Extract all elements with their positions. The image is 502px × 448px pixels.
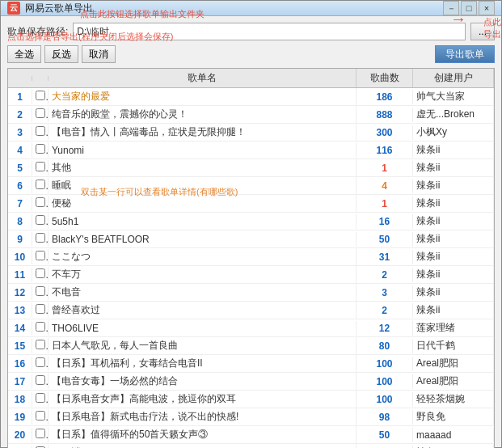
cancel-button[interactable]: 取消 (82, 45, 116, 63)
row-checkbox[interactable] (36, 357, 45, 367)
cell-checkbox (32, 196, 49, 211)
row-checkbox[interactable] (36, 375, 45, 385)
cell-checkbox (32, 285, 49, 300)
export-button[interactable]: 导出歌单 (435, 45, 495, 63)
cell-count: 100 (356, 357, 413, 371)
cell-count: 100 (356, 374, 413, 389)
cell-checkbox (32, 178, 49, 193)
cell-checkbox (32, 125, 49, 140)
table-row[interactable]: 18【日系电音女声】高能电波，挑逗你的双耳100轻轻茶烟婉 (8, 391, 494, 408)
table-row[interactable]: 9BlackY's BEATFLOOR50辣条ii (8, 230, 494, 248)
cell-count: 2 (356, 303, 413, 318)
maximize-button[interactable]: □ (461, 1, 477, 15)
row-checkbox[interactable] (36, 322, 45, 332)
cell-number: 12 (8, 285, 32, 300)
table-row[interactable]: 16【日系】耳机福利，女毒结合电音II100Areal肥阳 (8, 355, 494, 373)
select-all-button[interactable]: 全选 (7, 45, 41, 63)
table-row[interactable]: 19【日系电音】新式电击疗法，说不出的快感!98野良免 (8, 408, 494, 426)
cell-number: 4 (8, 143, 32, 158)
cell-name: BlackY's BEATFLOOR (49, 232, 356, 247)
table-row[interactable]: 5其他1辣条ii (8, 159, 494, 177)
main-window: 云 网易云歌单导出 － □ × 歌单保存路径: 点击此按钮选择歌单输出文件夹 →… (0, 0, 502, 448)
row-checkbox[interactable] (36, 162, 45, 171)
minimize-button[interactable]: － (443, 1, 459, 15)
invert-button[interactable]: 反选 (44, 45, 78, 63)
table-row[interactable]: 7便秘1辣条ii (8, 195, 494, 213)
cell-number: 3 (8, 125, 32, 140)
cell-number: 20 (8, 428, 32, 442)
table-row[interactable]: 85u5h116辣条ii (8, 213, 494, 230)
cell-count: 186 (356, 90, 413, 104)
cell-number: 16 (8, 357, 32, 371)
cell-checkbox (32, 267, 49, 282)
cell-checkbox (32, 374, 49, 389)
path-input[interactable] (73, 23, 466, 40)
cell-name: 5u5h1 (49, 214, 356, 229)
table-row[interactable]: 17【电音女毒】一场必然的结合100Areal肥阳 (8, 373, 494, 391)
table-row[interactable]: 14THO6LIVE12莲家理绪 (8, 319, 494, 337)
path-row: 歌单保存路径: 点击此按钮选择歌单输出文件夹 → ... (7, 23, 495, 40)
table-row[interactable]: 12不电音3辣条ii (8, 284, 494, 302)
app-icon: 云 (7, 2, 20, 15)
cell-name: 【日系电音女声】高能电波，挑逗你的双耳 (49, 391, 356, 408)
window-controls: － □ × (443, 1, 495, 15)
row-checkbox[interactable] (36, 233, 45, 243)
row-checkbox[interactable] (36, 286, 45, 296)
row-checkbox[interactable] (36, 251, 45, 260)
window-title: 网易云歌单导出 (25, 2, 443, 15)
table-row[interactable]: 20【日系】值得循环的50首天籁女声③50maaaad (8, 426, 494, 444)
row-checkbox[interactable] (36, 411, 45, 421)
cell-checkbox (32, 409, 49, 425)
row-checkbox[interactable] (36, 429, 45, 438)
cell-count: 888 (356, 108, 413, 122)
cell-checkbox (32, 142, 49, 158)
row-checkbox[interactable] (36, 304, 45, 314)
row-checkbox[interactable] (36, 393, 45, 403)
cell-user: 辣条ii (413, 213, 494, 230)
cell-name: 【电音】情入丨高端毒品，症状是无限抑腿！ (49, 124, 356, 141)
row-checkbox[interactable] (36, 197, 45, 207)
cell-count: 31 (356, 250, 413, 264)
close-button[interactable]: × (479, 1, 495, 15)
row-checkbox[interactable] (36, 340, 45, 349)
cell-user: 辣条ii (413, 302, 494, 319)
table-row[interactable]: 13曾经喜欢过2辣条ii (8, 302, 494, 319)
path-browse-button[interactable]: ... (470, 23, 495, 40)
cell-number: 2 (8, 108, 32, 122)
row-checkbox[interactable] (36, 108, 45, 118)
header-name: 歌单名 (49, 69, 356, 87)
cell-number: 13 (8, 303, 32, 318)
cell-number: 8 (8, 214, 32, 229)
row-checkbox[interactable] (36, 215, 45, 225)
cell-checkbox (32, 445, 49, 448)
header-user: 创建用户 (413, 69, 494, 87)
cell-user: 辣条ii (413, 266, 494, 283)
table-row[interactable]: 3【电音】情入丨高端毒品，症状是无限抑腿！300小枫Xy (8, 124, 494, 142)
table-row[interactable]: 21いか消し19辣条ii (8, 444, 494, 448)
cell-user: 辣条ii (413, 284, 494, 301)
row-checkbox[interactable] (36, 268, 45, 278)
table-row[interactable]: 4Yunomi116辣条ii (8, 142, 494, 159)
cell-name: 不车万 (49, 266, 356, 283)
cell-user: 帅气大当家 (413, 88, 494, 105)
cell-count: 80 (356, 339, 413, 353)
cell-user: maaaad (413, 428, 494, 442)
cell-checkbox (32, 213, 49, 229)
table-row[interactable]: 2纯音乐的殿堂，震撼你的心灵！888虚无...Broken (8, 106, 494, 124)
row-checkbox[interactable] (36, 126, 45, 136)
table-row[interactable]: 10ここなつ31辣条ii (8, 248, 494, 266)
content-area: 歌单保存路径: 点击此按钮选择歌单输出文件夹 → ... 全选 反选 取消 点击… (1, 16, 501, 448)
row-checkbox[interactable] (36, 180, 45, 189)
table-row[interactable]: 15日本人气歌见，每人一首良曲80日代千鹤 (8, 337, 494, 355)
cell-number: 1 (8, 90, 32, 104)
table-row[interactable]: 1大当家的最爱186帅气大当家 (8, 88, 494, 106)
cell-user: 辣条ii (413, 444, 494, 448)
cell-checkbox (32, 427, 49, 442)
row-checkbox[interactable] (36, 144, 45, 154)
table-row[interactable]: 11不车万2辣条ii (8, 266, 494, 284)
row-checkbox[interactable] (36, 91, 45, 100)
cell-checkbox (32, 249, 49, 264)
cell-user: 辣条ii (413, 230, 494, 247)
table-row[interactable]: 6睡眠4辣条ii (8, 177, 494, 195)
cell-user: 轻轻茶烟婉 (413, 391, 494, 408)
